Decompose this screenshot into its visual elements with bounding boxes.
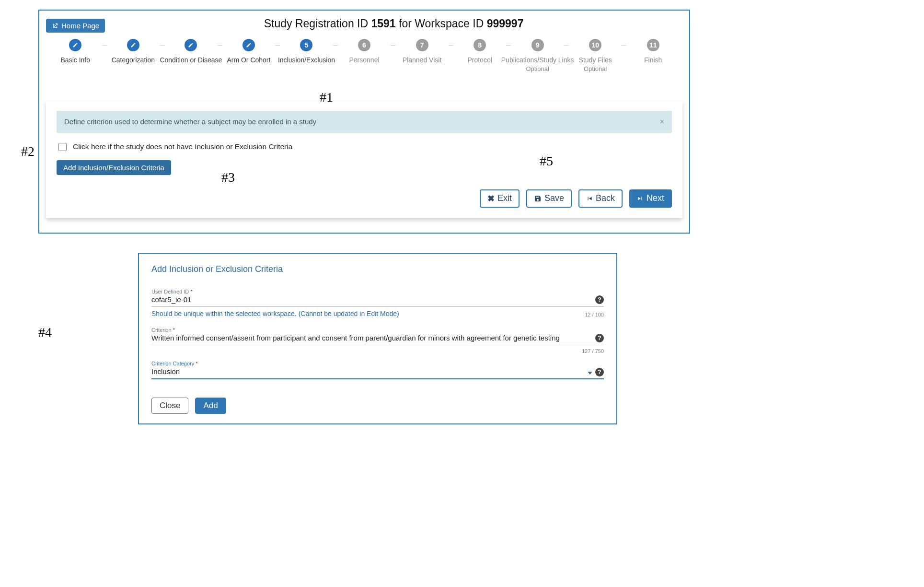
pencil-icon: [69, 39, 81, 51]
criterion-field[interactable]: Criterion * Written informed consent/ass…: [151, 327, 604, 345]
wizard-step-4[interactable]: Arm Or Cohort: [223, 39, 275, 64]
add-button[interactable]: Add: [195, 398, 226, 414]
pencil-icon: [243, 39, 255, 51]
step-back-icon: [586, 195, 593, 202]
step-label: Study Files: [579, 56, 612, 64]
step-label: Basic Info: [61, 56, 90, 64]
save-icon: [534, 195, 542, 202]
criterion-category-value[interactable]: Inclusion: [151, 366, 604, 379]
wizard-step-5[interactable]: 5Inclusion/Exclusion: [281, 39, 332, 64]
step-label: Finish: [644, 56, 662, 64]
add-criteria-button[interactable]: Add Inclusion/Exclusion Criteria: [57, 160, 171, 175]
wizard-step-1[interactable]: Basic Info: [50, 39, 101, 64]
step-label: Condition or Disease: [160, 56, 222, 64]
help-icon[interactable]: ?: [595, 368, 604, 376]
wizard-step-6[interactable]: 6Personnel: [339, 39, 390, 64]
step-number: 10: [589, 39, 601, 51]
annotation-4: #4: [38, 325, 52, 340]
x-icon: ✖: [487, 193, 495, 204]
external-link-icon: [52, 23, 58, 29]
annotation-2: #2: [21, 144, 35, 159]
user-defined-id-field[interactable]: User Defined ID * cofar5_ie-01 ?: [151, 289, 604, 307]
wizard-steps: Basic InfoCategorizationCondition or Dis…: [46, 36, 682, 72]
save-button[interactable]: Save: [526, 189, 572, 208]
help-icon[interactable]: ?: [595, 295, 604, 304]
modal-title: Add Inclusion or Exclusion Criteria: [151, 264, 604, 274]
add-criteria-modal: Add Inclusion or Exclusion Criteria User…: [138, 253, 617, 424]
back-button[interactable]: Back: [578, 189, 623, 208]
step-label: Protocol: [467, 56, 492, 64]
wizard-step-7[interactable]: 7Planned Visit: [396, 39, 448, 64]
no-criteria-checkbox-row[interactable]: Click here if the study does not have In…: [57, 141, 672, 153]
pencil-icon: [185, 39, 197, 51]
step-number: 5: [300, 39, 312, 51]
wizard-step-9[interactable]: 9Publications/Study LinksOptional: [512, 39, 563, 72]
wizard-nav-buttons: ✖ Exit Save Back Next: [57, 189, 672, 208]
step-number: 6: [358, 39, 370, 51]
next-button[interactable]: Next: [629, 189, 672, 208]
step-label: Personnel: [349, 56, 379, 64]
user-defined-id-value[interactable]: cofar5_ie-01: [151, 294, 604, 307]
close-button[interactable]: Close: [151, 398, 188, 414]
criterion-counter: 127 / 750: [151, 348, 604, 354]
step-label: Arm Or Cohort: [227, 56, 270, 64]
close-icon[interactable]: ×: [660, 117, 664, 126]
home-page-button[interactable]: Home Page: [46, 19, 105, 33]
help-icon[interactable]: ?: [595, 334, 604, 342]
step-number: 7: [416, 39, 428, 51]
step-label: Inclusion/Exclusion: [278, 56, 335, 64]
wizard-step-10[interactable]: 10Study FilesOptional: [570, 39, 621, 72]
no-criteria-checkbox[interactable]: [58, 143, 67, 151]
step-next-icon: [637, 195, 644, 202]
step-label: Publications/Study Links: [501, 56, 574, 64]
wizard-step-8[interactable]: 8Protocol: [454, 39, 506, 64]
user-defined-id-counter: 12 / 100: [585, 312, 604, 317]
study-registration-panel: Home Page Study Registration ID 1591 for…: [38, 10, 690, 234]
wizard-step-2[interactable]: Categorization: [108, 39, 159, 64]
info-banner-text: Define criterion used to determine wheth…: [64, 117, 316, 126]
info-banner: Define criterion used to determine wheth…: [57, 111, 672, 133]
page-title: Study Registration ID 1591 for Workspace…: [105, 17, 682, 30]
wizard-step-11[interactable]: 11Finish: [627, 39, 679, 64]
user-defined-id-hint: Should be unique within the selected wor…: [151, 310, 399, 317]
step-sublabel: Optional: [526, 65, 549, 72]
chevron-down-icon: [588, 372, 592, 375]
step-number: 9: [531, 39, 544, 51]
step-sublabel: Optional: [584, 65, 607, 72]
criterion-category-field[interactable]: Criterion Category * Inclusion ?: [151, 361, 604, 379]
step-label: Planned Visit: [403, 56, 441, 64]
step-number: 11: [647, 39, 659, 51]
pencil-icon: [127, 39, 139, 51]
home-page-label: Home Page: [61, 22, 99, 30]
no-criteria-label: Click here if the study does not have In…: [73, 142, 292, 151]
criterion-value[interactable]: Written informed consent/assent from par…: [151, 333, 604, 345]
criteria-card: Define criterion used to determine wheth…: [46, 101, 682, 218]
exit-button[interactable]: ✖ Exit: [480, 189, 520, 208]
step-number: 8: [474, 39, 486, 51]
step-label: Categorization: [112, 56, 155, 64]
wizard-step-3[interactable]: Condition or Disease: [165, 39, 217, 64]
